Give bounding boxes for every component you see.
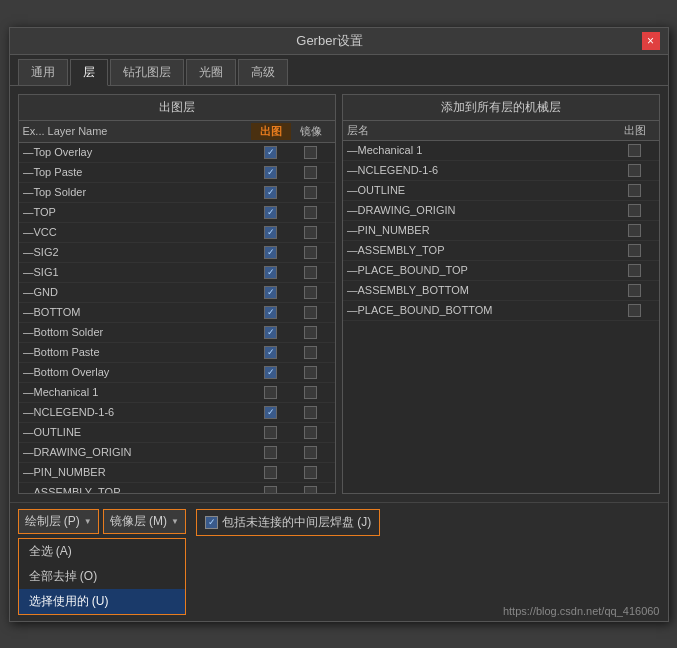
left-layer-mirror-checkbox[interactable] [304, 426, 317, 439]
right-layer-name: —OUTLINE [347, 184, 615, 196]
left-layer-export-checkbox[interactable] [264, 466, 277, 479]
right-layer-export-checkbox[interactable] [628, 164, 641, 177]
left-layer-mirror [291, 446, 331, 459]
tab-layer[interactable]: 层 [70, 59, 108, 86]
left-layer-row: —VCC [19, 223, 335, 243]
draw-layer-label: 绘制层 (P) [25, 513, 80, 530]
left-layer-mirror-checkbox[interactable] [304, 186, 317, 199]
left-layer-mirror-checkbox[interactable] [304, 286, 317, 299]
left-layer-export-checkbox[interactable] [264, 446, 277, 459]
right-layer-row: —PLACE_BOUND_TOP [343, 261, 659, 281]
left-layer-export [251, 186, 291, 199]
right-col-export: 出图 [615, 123, 655, 138]
left-layer-export-checkbox[interactable] [264, 406, 277, 419]
left-layer-row: —Bottom Paste [19, 343, 335, 363]
left-layer-export-checkbox[interactable] [264, 246, 277, 259]
mirror-layer-button[interactable]: 镜像层 (M) ▼ [103, 509, 186, 534]
left-layer-mirror-checkbox[interactable] [304, 206, 317, 219]
left-layer-mirror [291, 466, 331, 479]
right-layer-export-checkbox[interactable] [628, 264, 641, 277]
left-layer-mirror-checkbox[interactable] [304, 166, 317, 179]
tab-drill[interactable]: 钻孔图层 [110, 59, 184, 85]
left-layer-export-checkbox[interactable] [264, 206, 277, 219]
left-layer-mirror-checkbox[interactable] [304, 246, 317, 259]
left-layer-mirror [291, 406, 331, 419]
left-layer-export [251, 426, 291, 439]
right-col-name: 层名 [347, 123, 615, 138]
right-layer-export [615, 304, 655, 317]
left-layer-name: —TOP [23, 206, 251, 218]
draw-layer-button[interactable]: 绘制层 (P) ▼ [18, 509, 99, 534]
right-layer-export [615, 144, 655, 157]
right-layer-name: —NCLEGEND-1-6 [347, 164, 615, 176]
left-layer-name: —Bottom Paste [23, 346, 251, 358]
left-layer-name: —Top Paste [23, 166, 251, 178]
mirror-layer-label: 镜像层 (M) [110, 513, 167, 530]
left-layer-mirror-checkbox[interactable] [304, 226, 317, 239]
left-layer-export [251, 306, 291, 319]
draw-layer-menu-item[interactable]: 选择使用的 (U) [19, 589, 186, 614]
left-layer-export-checkbox[interactable] [264, 186, 277, 199]
right-layer-export-checkbox[interactable] [628, 184, 641, 197]
right-layer-row: —NCLEGEND-1-6 [343, 161, 659, 181]
main-area: 出图层 Ex... Layer Name 出图 镜像 —Top Overlay—… [10, 86, 668, 502]
right-layer-export [615, 244, 655, 257]
tab-advanced[interactable]: 高级 [238, 59, 288, 85]
left-layer-mirror-checkbox[interactable] [304, 266, 317, 279]
left-layer-mirror-checkbox[interactable] [304, 406, 317, 419]
close-button[interactable]: × [642, 32, 660, 50]
right-layer-export-checkbox[interactable] [628, 144, 641, 157]
right-layer-export [615, 164, 655, 177]
left-layer-export [251, 146, 291, 159]
right-layer-row: —PIN_NUMBER [343, 221, 659, 241]
tab-general[interactable]: 通用 [18, 59, 68, 85]
left-layer-export-checkbox[interactable] [264, 346, 277, 359]
left-layer-mirror-checkbox[interactable] [304, 146, 317, 159]
left-layer-export-checkbox[interactable] [264, 386, 277, 399]
left-layer-name: —SIG2 [23, 246, 251, 258]
tab-aperture[interactable]: 光圈 [186, 59, 236, 85]
left-layer-mirror-checkbox[interactable] [304, 346, 317, 359]
right-layer-export-checkbox[interactable] [628, 304, 641, 317]
left-layer-export [251, 406, 291, 419]
right-layer-row: —Mechanical 1 [343, 141, 659, 161]
include-unconnected-check-icon[interactable] [205, 516, 218, 529]
left-layer-export [251, 386, 291, 399]
left-layer-mirror-checkbox[interactable] [304, 366, 317, 379]
left-layer-export-checkbox[interactable] [264, 306, 277, 319]
left-layer-mirror-checkbox[interactable] [304, 326, 317, 339]
draw-layer-menu-item[interactable]: 全部去掉 (O) [19, 564, 186, 589]
left-layer-row: —Top Overlay [19, 143, 335, 163]
watermark: https://blog.csdn.net/qq_416060 [503, 605, 660, 617]
left-col-mirror: 镜像 [291, 124, 331, 139]
right-layer-name: —PIN_NUMBER [347, 224, 615, 236]
include-unconnected-label: 包括未连接的中间层焊盘 (J) [222, 514, 371, 531]
left-layer-mirror [291, 386, 331, 399]
left-layer-export-checkbox[interactable] [264, 166, 277, 179]
left-layer-export-checkbox[interactable] [264, 226, 277, 239]
left-layer-export-checkbox[interactable] [264, 266, 277, 279]
right-layer-export-checkbox[interactable] [628, 284, 641, 297]
draw-layer-arrow-icon: ▼ [84, 517, 92, 526]
left-layer-mirror-checkbox[interactable] [304, 446, 317, 459]
left-layer-mirror [291, 186, 331, 199]
left-layer-row: —TOP [19, 203, 335, 223]
left-layer-export-checkbox[interactable] [264, 426, 277, 439]
left-layer-row: —Top Paste [19, 163, 335, 183]
left-layer-export-checkbox[interactable] [264, 326, 277, 339]
left-layer-export-checkbox[interactable] [264, 486, 277, 493]
right-layer-export-checkbox[interactable] [628, 204, 641, 217]
left-layer-mirror-checkbox[interactable] [304, 306, 317, 319]
left-layer-mirror-checkbox[interactable] [304, 466, 317, 479]
right-layer-export-checkbox[interactable] [628, 244, 641, 257]
right-layer-export-checkbox[interactable] [628, 224, 641, 237]
left-layer-export-checkbox[interactable] [264, 146, 277, 159]
left-layer-mirror-checkbox[interactable] [304, 486, 317, 493]
left-layer-export-checkbox[interactable] [264, 286, 277, 299]
left-layer-export-checkbox[interactable] [264, 366, 277, 379]
right-layer-name: —ASSEMBLY_TOP [347, 244, 615, 256]
include-unconnected-checkbox[interactable]: 包括未连接的中间层焊盘 (J) [196, 509, 380, 536]
left-layer-mirror-checkbox[interactable] [304, 386, 317, 399]
left-layer-export [251, 326, 291, 339]
draw-layer-menu-item[interactable]: 全选 (A) [19, 539, 186, 564]
